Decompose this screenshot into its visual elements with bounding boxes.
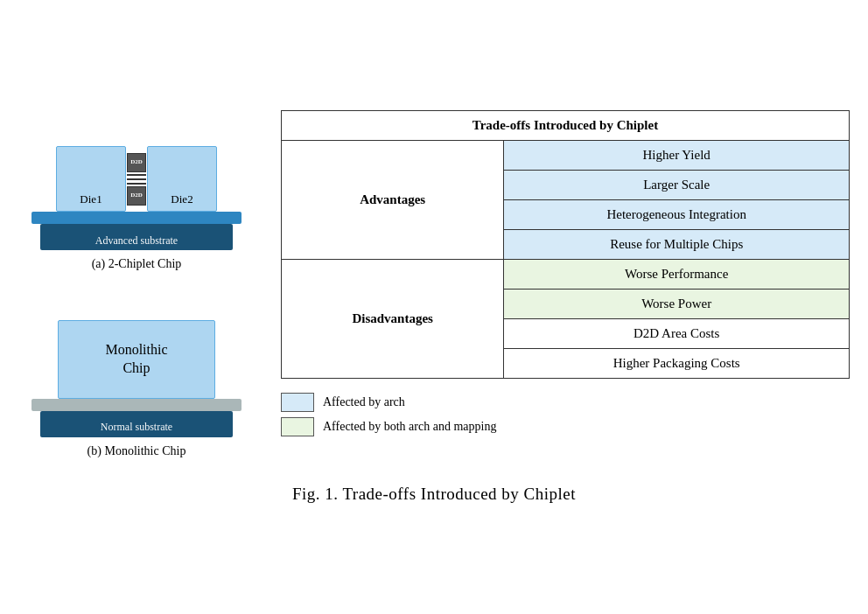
legend-box-green — [281, 417, 314, 436]
advantages-category: Advantages — [282, 141, 504, 260]
figure-caption: Fig. 1. Trade-offs Introduced by Chiplet — [292, 485, 576, 504]
legend-green-label: Affected by both arch and mapping — [323, 420, 496, 434]
diagrams-column: Die1 Die2 D2D D2D — [18, 110, 255, 458]
mono-chip-line2: Chip — [122, 360, 150, 375]
advantage-item-3: Heterogeneous Integration — [504, 200, 850, 230]
substrate-mono: Normal substrate — [40, 411, 233, 437]
chiplet-chip-diagram: Die1 Die2 D2D D2D — [32, 110, 242, 250]
table-section: Trade-offs Introduced by Chiplet Advanta… — [281, 110, 850, 436]
monolithic-caption: (b) Monolithic Chip — [88, 444, 186, 458]
disadvantage-item-4: Higher Packaging Costs — [504, 349, 850, 379]
legend-item-green: Affected by both arch and mapping — [281, 417, 496, 436]
d2d2-block: D2D — [127, 186, 146, 206]
disadvantages-category: Disadvantages — [282, 260, 504, 379]
d2d-area: D2D D2D — [126, 146, 147, 212]
advantage-item-4: Reuse for Multiple Chips — [504, 230, 850, 260]
tradeoff-table: Trade-offs Introduced by Chiplet Advanta… — [281, 110, 850, 379]
d2d1-block: D2D — [127, 153, 146, 172]
d2d-line-3 — [127, 183, 146, 185]
legend-blue-label: Affected by arch — [323, 395, 405, 409]
chiplet-caption: (a) 2-Chiplet Chip — [92, 257, 182, 271]
mono-chip-line1: Monolithic — [105, 342, 167, 357]
die2-label: Die2 — [171, 192, 192, 206]
d2d-lines — [127, 174, 146, 185]
disadvantage-item-2: Worse Power — [504, 290, 850, 319]
mono-chip-text: Monolithic Chip — [105, 341, 167, 378]
d2d1-label: D2D — [130, 159, 143, 165]
disadvantage-item-3: D2D Area Costs — [504, 319, 850, 349]
disadvantage-item-1: Worse Performance — [504, 260, 850, 290]
substrate-mono-label: Normal substrate — [40, 421, 233, 434]
d2d-line-1 — [127, 174, 146, 176]
main-content: Die1 Die2 D2D D2D — [18, 110, 850, 458]
table-header: Trade-offs Introduced by Chiplet — [282, 111, 850, 141]
base-board-mono — [32, 399, 242, 411]
die1-block: Die1 — [56, 146, 126, 212]
d2d-line-2 — [127, 178, 146, 180]
advantage-item-2: Larger Scale — [504, 171, 850, 200]
substrate-2chiplet: Advanced substrate — [40, 224, 233, 250]
mono-chip-block: Monolithic Chip — [58, 320, 215, 399]
die2-block: Die2 — [147, 146, 217, 212]
advantage-item-1: Higher Yield — [504, 141, 850, 171]
legend: Affected by arch Affected by both arch a… — [281, 393, 496, 436]
chiplet-diagram-container: Die1 Die2 D2D D2D — [32, 110, 242, 271]
legend-box-blue — [281, 393, 314, 412]
disadvantages-row-1: Disadvantages Worse Performance — [282, 260, 850, 290]
die1-label: Die1 — [80, 192, 102, 206]
d2d2-label: D2D — [130, 192, 143, 199]
base-board-2chiplet — [32, 212, 242, 224]
monolithic-diagram-container: Monolithic Chip Normal substrate (b) Mon… — [32, 297, 242, 458]
substrate-2chiplet-label: Advanced substrate — [40, 234, 233, 248]
advantages-row-1: Advantages Higher Yield — [282, 141, 850, 171]
monolithic-chip-diagram: Monolithic Chip Normal substrate — [32, 297, 242, 437]
legend-item-blue: Affected by arch — [281, 393, 496, 412]
